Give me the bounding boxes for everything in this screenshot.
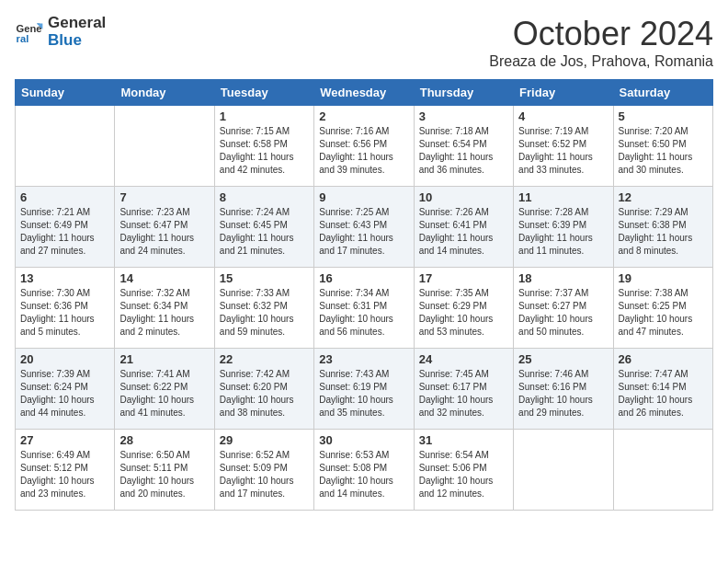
day-number: 24 bbox=[419, 352, 508, 366]
day-info: Sunrise: 7:23 AM Sunset: 6:47 PM Dayligh… bbox=[119, 206, 209, 258]
day-info: Sunrise: 7:24 AM Sunset: 6:45 PM Dayligh… bbox=[220, 206, 309, 258]
calendar-cell: 11Sunrise: 7:28 AM Sunset: 6:39 PM Dayli… bbox=[514, 187, 613, 268]
logo: Gene ral General Blue bbox=[15, 15, 106, 49]
header-tuesday: Tuesday bbox=[214, 80, 313, 106]
calendar-cell: 21Sunrise: 7:41 AM Sunset: 6:22 PM Dayli… bbox=[115, 349, 214, 430]
day-number: 11 bbox=[518, 190, 608, 204]
day-number: 2 bbox=[319, 109, 408, 123]
day-info: Sunrise: 7:20 AM Sunset: 6:50 PM Dayligh… bbox=[619, 125, 708, 177]
day-number: 28 bbox=[119, 433, 209, 447]
day-info: Sunrise: 7:21 AM Sunset: 6:49 PM Dayligh… bbox=[20, 206, 109, 258]
day-number: 13 bbox=[20, 271, 109, 285]
day-info: Sunrise: 7:30 AM Sunset: 6:36 PM Dayligh… bbox=[20, 287, 109, 339]
day-info: Sunrise: 7:29 AM Sunset: 6:38 PM Dayligh… bbox=[619, 206, 708, 258]
day-info: Sunrise: 7:39 AM Sunset: 6:24 PM Dayligh… bbox=[20, 368, 109, 419]
calendar-cell: 14Sunrise: 7:32 AM Sunset: 6:34 PM Dayli… bbox=[115, 268, 214, 349]
day-info: Sunrise: 7:32 AM Sunset: 6:34 PM Dayligh… bbox=[119, 287, 209, 339]
day-number: 16 bbox=[319, 271, 408, 285]
svg-text:ral: ral bbox=[17, 33, 29, 44]
day-number: 4 bbox=[518, 109, 608, 123]
day-info: Sunrise: 7:42 AM Sunset: 6:20 PM Dayligh… bbox=[220, 368, 309, 419]
calendar-cell: 30Sunrise: 6:53 AM Sunset: 5:08 PM Dayli… bbox=[314, 430, 414, 511]
calendar-cell: 19Sunrise: 7:38 AM Sunset: 6:25 PM Dayli… bbox=[613, 268, 712, 349]
calendar-cell: 18Sunrise: 7:37 AM Sunset: 6:27 PM Dayli… bbox=[514, 268, 613, 349]
calendar-header-row: SundayMondayTuesdayWednesdayThursdayFrid… bbox=[16, 80, 713, 106]
day-number: 9 bbox=[319, 190, 408, 204]
calendar-cell: 25Sunrise: 7:46 AM Sunset: 6:16 PM Dayli… bbox=[514, 349, 613, 430]
calendar-cell: 2Sunrise: 7:16 AM Sunset: 6:56 PM Daylig… bbox=[314, 106, 414, 187]
day-number: 6 bbox=[20, 190, 109, 204]
day-number: 12 bbox=[619, 190, 708, 204]
calendar-cell: 3Sunrise: 7:18 AM Sunset: 6:54 PM Daylig… bbox=[414, 106, 513, 187]
day-info: Sunrise: 7:37 AM Sunset: 6:27 PM Dayligh… bbox=[518, 287, 608, 339]
calendar-cell bbox=[514, 430, 613, 511]
calendar-cell: 31Sunrise: 6:54 AM Sunset: 5:06 PM Dayli… bbox=[414, 430, 513, 511]
calendar-week-row: 20Sunrise: 7:39 AM Sunset: 6:24 PM Dayli… bbox=[16, 349, 713, 430]
logo-icon: Gene ral bbox=[15, 17, 44, 47]
svg-text:Gene: Gene bbox=[17, 23, 42, 34]
calendar-week-row: 6Sunrise: 7:21 AM Sunset: 6:49 PM Daylig… bbox=[16, 187, 713, 268]
day-info: Sunrise: 7:35 AM Sunset: 6:29 PM Dayligh… bbox=[419, 287, 508, 339]
calendar-week-row: 1Sunrise: 7:15 AM Sunset: 6:58 PM Daylig… bbox=[16, 106, 713, 187]
calendar-cell: 23Sunrise: 7:43 AM Sunset: 6:19 PM Dayli… bbox=[314, 349, 414, 430]
day-number: 31 bbox=[419, 433, 508, 447]
header-thursday: Thursday bbox=[414, 80, 513, 106]
day-info: Sunrise: 7:33 AM Sunset: 6:32 PM Dayligh… bbox=[220, 287, 309, 339]
calendar-cell: 29Sunrise: 6:52 AM Sunset: 5:09 PM Dayli… bbox=[214, 430, 313, 511]
month-title: October 2024 bbox=[489, 15, 713, 53]
day-number: 23 bbox=[319, 352, 408, 366]
calendar-cell: 22Sunrise: 7:42 AM Sunset: 6:20 PM Dayli… bbox=[214, 349, 313, 430]
calendar-cell: 4Sunrise: 7:19 AM Sunset: 6:52 PM Daylig… bbox=[514, 106, 613, 187]
day-info: Sunrise: 6:49 AM Sunset: 5:12 PM Dayligh… bbox=[20, 449, 109, 500]
day-info: Sunrise: 6:52 AM Sunset: 5:09 PM Dayligh… bbox=[220, 449, 309, 500]
day-number: 25 bbox=[518, 352, 608, 366]
calendar-cell: 16Sunrise: 7:34 AM Sunset: 6:31 PM Dayli… bbox=[314, 268, 414, 349]
day-number: 10 bbox=[419, 190, 508, 204]
day-number: 29 bbox=[220, 433, 309, 447]
day-info: Sunrise: 7:47 AM Sunset: 6:14 PM Dayligh… bbox=[619, 368, 708, 419]
day-info: Sunrise: 7:46 AM Sunset: 6:16 PM Dayligh… bbox=[518, 368, 608, 419]
day-info: Sunrise: 7:34 AM Sunset: 6:31 PM Dayligh… bbox=[319, 287, 408, 339]
day-number: 21 bbox=[119, 352, 209, 366]
day-info: Sunrise: 7:19 AM Sunset: 6:52 PM Dayligh… bbox=[518, 125, 608, 177]
calendar-cell: 20Sunrise: 7:39 AM Sunset: 6:24 PM Dayli… bbox=[16, 349, 115, 430]
day-number: 7 bbox=[119, 190, 209, 204]
calendar-cell: 10Sunrise: 7:26 AM Sunset: 6:41 PM Dayli… bbox=[414, 187, 513, 268]
calendar-cell: 12Sunrise: 7:29 AM Sunset: 6:38 PM Dayli… bbox=[613, 187, 712, 268]
day-info: Sunrise: 6:53 AM Sunset: 5:08 PM Dayligh… bbox=[319, 449, 408, 500]
day-number: 19 bbox=[619, 271, 708, 285]
calendar-table: SundayMondayTuesdayWednesdayThursdayFrid… bbox=[15, 79, 713, 511]
page-header: Gene ral General Blue October 2024 Breaz… bbox=[15, 15, 713, 70]
day-info: Sunrise: 7:15 AM Sunset: 6:58 PM Dayligh… bbox=[220, 125, 309, 177]
day-info: Sunrise: 7:45 AM Sunset: 6:17 PM Dayligh… bbox=[419, 368, 508, 419]
header-wednesday: Wednesday bbox=[314, 80, 414, 106]
day-number: 22 bbox=[220, 352, 309, 366]
day-number: 18 bbox=[518, 271, 608, 285]
calendar-cell: 9Sunrise: 7:25 AM Sunset: 6:43 PM Daylig… bbox=[314, 187, 414, 268]
title-block: October 2024 Breaza de Jos, Prahova, Rom… bbox=[489, 15, 713, 70]
day-number: 14 bbox=[119, 271, 209, 285]
day-info: Sunrise: 7:26 AM Sunset: 6:41 PM Dayligh… bbox=[419, 206, 508, 258]
day-info: Sunrise: 7:41 AM Sunset: 6:22 PM Dayligh… bbox=[119, 368, 209, 419]
day-info: Sunrise: 7:16 AM Sunset: 6:56 PM Dayligh… bbox=[319, 125, 408, 177]
day-number: 20 bbox=[20, 352, 109, 366]
calendar-cell: 7Sunrise: 7:23 AM Sunset: 6:47 PM Daylig… bbox=[115, 187, 214, 268]
day-number: 30 bbox=[319, 433, 408, 447]
day-number: 15 bbox=[220, 271, 309, 285]
calendar-week-row: 13Sunrise: 7:30 AM Sunset: 6:36 PM Dayli… bbox=[16, 268, 713, 349]
calendar-cell: 13Sunrise: 7:30 AM Sunset: 6:36 PM Dayli… bbox=[16, 268, 115, 349]
header-sunday: Sunday bbox=[16, 80, 115, 106]
day-number: 17 bbox=[419, 271, 508, 285]
calendar-cell: 24Sunrise: 7:45 AM Sunset: 6:17 PM Dayli… bbox=[414, 349, 513, 430]
day-number: 5 bbox=[619, 109, 708, 123]
calendar-cell bbox=[16, 106, 115, 187]
calendar-cell: 6Sunrise: 7:21 AM Sunset: 6:49 PM Daylig… bbox=[16, 187, 115, 268]
day-info: Sunrise: 7:18 AM Sunset: 6:54 PM Dayligh… bbox=[419, 125, 508, 177]
day-info: Sunrise: 6:54 AM Sunset: 5:06 PM Dayligh… bbox=[419, 449, 508, 500]
day-number: 1 bbox=[220, 109, 309, 123]
day-info: Sunrise: 7:43 AM Sunset: 6:19 PM Dayligh… bbox=[319, 368, 408, 419]
calendar-cell: 1Sunrise: 7:15 AM Sunset: 6:58 PM Daylig… bbox=[214, 106, 313, 187]
logo-text-blue: Blue bbox=[48, 32, 106, 50]
logo-text-general: General bbox=[48, 15, 106, 32]
location: Breaza de Jos, Prahova, Romania bbox=[489, 53, 713, 70]
